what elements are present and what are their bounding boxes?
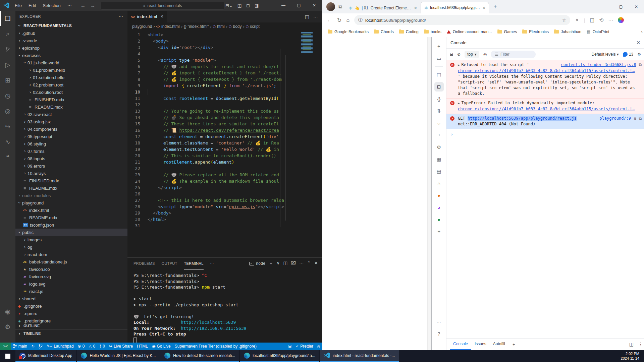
explorer-icon[interactable]: ❏	[0, 11, 15, 26]
terminal[interactable]: PS E:\react-fundamentals> ^CPS E:\react-…	[133, 273, 320, 343]
panel-tab-problems[interactable]: PROBLEMS	[133, 258, 155, 269]
drawer-tab-autofill[interactable]: Autofill	[490, 339, 508, 350]
copilot-icon[interactable]	[618, 17, 624, 23]
drawer-tab-add[interactable]: ＋	[508, 339, 519, 350]
bookmarks-overflow-icon[interactable]: ›	[641, 29, 643, 35]
more-options-icon[interactable]: ⋯	[608, 17, 613, 23]
file-row-readme.mdx[interactable]: ≣README.mdx	[15, 214, 127, 221]
code-line-21[interactable]: 21 rootElement.append(element)	[127, 159, 322, 165]
code-line-15[interactable]: 15 // These three lines are similar to c…	[127, 121, 322, 127]
folder-row-08.inputs[interactable]: ›08.inputs	[15, 155, 127, 162]
folder-row-images[interactable]: ›images	[15, 236, 127, 243]
issues-badge[interactable]: 13	[623, 52, 633, 57]
file-row-readme.mdx[interactable]: ≣README.mdx	[15, 103, 127, 111]
live-expression-icon[interactable]: ◎	[483, 52, 487, 57]
console-message-3[interactable]: ✕GET http://localhost:5639/app/playgroun…	[446, 114, 644, 129]
rendering-icon[interactable]: ⚙	[434, 142, 444, 152]
folder-row-02.problem.root[interactable]: ›02.problem.root	[15, 81, 127, 88]
code-line-18[interactable]: 18 element.className = 'container' // 💰 …	[127, 140, 322, 146]
folder-row-.vscode[interactable]: ›.vscode	[15, 37, 127, 44]
minimize-button[interactable]: —	[276, 0, 291, 11]
split-terminal-icon[interactable]: ◫	[283, 260, 287, 266]
browser-tab-1[interactable]: ⚛👆| 01. Create React Elements | 0✕	[345, 3, 421, 13]
more-tools-icon[interactable]: ⋯	[434, 317, 444, 326]
code-line-29[interactable]: 29 </body>	[127, 210, 322, 216]
console-panel-icon[interactable]: ⊡	[434, 82, 444, 92]
bookmark-games[interactable]: Games	[495, 28, 519, 35]
file-row-babel-standalone.js[interactable]: JSbabel-standalone.js	[15, 258, 127, 265]
code-line-16[interactable]: 16 // 📜 https://react.dev/reference/reac…	[127, 127, 322, 133]
log-levels-dropdown[interactable]: Default levels ▾	[591, 52, 619, 57]
folder-row-05.typescript[interactable]: ›05.typescript	[15, 133, 127, 140]
folder-row-04.components[interactable]: ›04.components	[15, 125, 127, 133]
performance-panel-icon[interactable]: ◔	[434, 130, 444, 140]
new-terminal-icon[interactable]: ＋	[269, 260, 273, 266]
split-screen-icon[interactable]: ◫	[590, 17, 595, 23]
file-row-.gitignore[interactable]: ◆.gitignore	[15, 302, 127, 310]
bookmark-juhachiban[interactable]: Juhachiban	[552, 28, 583, 35]
bookmark-books[interactable]: books	[422, 28, 443, 35]
remote-window-icon[interactable]: ⊟⌄	[225, 3, 233, 8]
breadcrumb-item[interactable]: ⬡html	[213, 24, 224, 29]
breadcrumb-item[interactable]: {} "index.html"	[184, 24, 209, 29]
remote-indicator[interactable]: ><	[0, 343, 11, 350]
console-sidebar-icon[interactable]: ⊟	[450, 52, 453, 57]
menu-selection[interactable]: Selection	[40, 2, 63, 9]
taskbar-item-3[interactable]: How to detect the screen resoluti...	[160, 350, 239, 362]
code-line-12[interactable]: 12	[127, 102, 322, 108]
code-line-1[interactable]: 1<html>	[127, 32, 322, 38]
browser-home-icon[interactable]: ⌂	[346, 17, 350, 23]
launchpad-status[interactable]: ✎⌁Launchpad	[45, 343, 76, 350]
code-line-30[interactable]: 30</html>	[127, 216, 322, 223]
panel-tab-more[interactable]: ⋯	[210, 258, 214, 269]
folder-row-og[interactable]: ›og	[15, 243, 127, 251]
menu-edit[interactable]: Edit	[26, 2, 39, 9]
folder-row-09.errors[interactable]: ›09.errors	[15, 162, 127, 170]
drawer-tab-issues[interactable]: Issues	[471, 339, 490, 350]
maximize-panel-icon[interactable]: ⌃	[307, 260, 311, 266]
explorer-more-icon[interactable]: ⋯	[119, 14, 124, 19]
share-icon[interactable]: ↪	[0, 119, 15, 134]
menu-file[interactable]: File	[12, 2, 24, 9]
code-line-5[interactable]: 5 <script type="module">	[127, 57, 322, 63]
code-line-27[interactable]: 27 <!-- this is here to add automatic br…	[127, 197, 322, 203]
add-panel-icon[interactable]: ＋	[434, 227, 444, 236]
home-icon[interactable]: ⌂	[434, 179, 444, 188]
errors-count[interactable]: ⊗0	[76, 343, 87, 350]
bookmark-electronics[interactable]: Electronics	[520, 28, 551, 35]
terminal-dropdown-icon[interactable]: ∨	[277, 260, 280, 266]
folder-row-public[interactable]: ›public	[15, 229, 127, 236]
settings-gear-icon[interactable]: ⚙	[0, 319, 15, 335]
command-center-search[interactable]: ⌕react-fundamentals	[101, 2, 224, 10]
toggle-panel-icon[interactable]: ◻	[246, 3, 250, 8]
folder-row-react-dom[interactable]: ›react-dom	[15, 251, 127, 258]
code-line-19[interactable]: 19 element.textContent = 'Hello World' /…	[127, 146, 322, 153]
folder-row-01.js-hello-world[interactable]: ›01.js-hello-world	[15, 59, 127, 66]
testing-icon[interactable]: ◷	[0, 88, 15, 103]
folder-row-07.forms[interactable]: ›07.forms	[15, 147, 127, 155]
editor-more-actions-icon[interactable]: ⋯	[313, 14, 318, 19]
layers-icon[interactable]: ▤	[434, 167, 444, 176]
bookmark-coding[interactable]: Coding	[397, 28, 421, 35]
site-info-icon[interactable]: ⓘ	[358, 17, 363, 23]
bookmark-chords[interactable]: Chords	[372, 28, 396, 35]
folder-row-.github[interactable]: ›.github	[15, 29, 127, 37]
sync-icon[interactable]: ↻	[29, 343, 37, 350]
folder-row-01.problem.hello[interactable]: ›01.problem.hello	[15, 66, 127, 74]
supermaven-status[interactable]: Supermaven Free Tier (disabled by .gitig…	[173, 343, 259, 350]
file-row-finished.mdx[interactable]: ≣FINISHED.mdx	[15, 96, 127, 103]
folder-row-10.arrays[interactable]: ›10.arrays	[15, 170, 127, 177]
code-line-28[interactable]: 28 <script type="module" src="epic_ws.js…	[127, 203, 322, 210]
file-row-react.js[interactable]: JSreact.js	[15, 288, 127, 295]
close-tab-icon[interactable]: ✕	[160, 14, 163, 19]
file-row-index.html[interactable]: <>index.html	[15, 206, 127, 214]
file-row-favicon.ico[interactable]: ★favicon.ico	[15, 265, 127, 273]
maximize-button[interactable]: ▢	[613, 1, 629, 13]
folder-row-shared[interactable]: ›shared	[15, 295, 127, 302]
folder-row-02.solution.root[interactable]: ›02.solution.root	[15, 88, 127, 96]
live-preview-icon[interactable]: ◎	[0, 103, 15, 119]
live-share-status[interactable]: ↪Live Share	[107, 343, 135, 350]
toggle-sidebar-icon[interactable]: ◫	[237, 3, 241, 8]
new-tab-button[interactable]: ＋	[492, 3, 498, 10]
favorite-star-icon[interactable]: ☆	[562, 17, 567, 23]
